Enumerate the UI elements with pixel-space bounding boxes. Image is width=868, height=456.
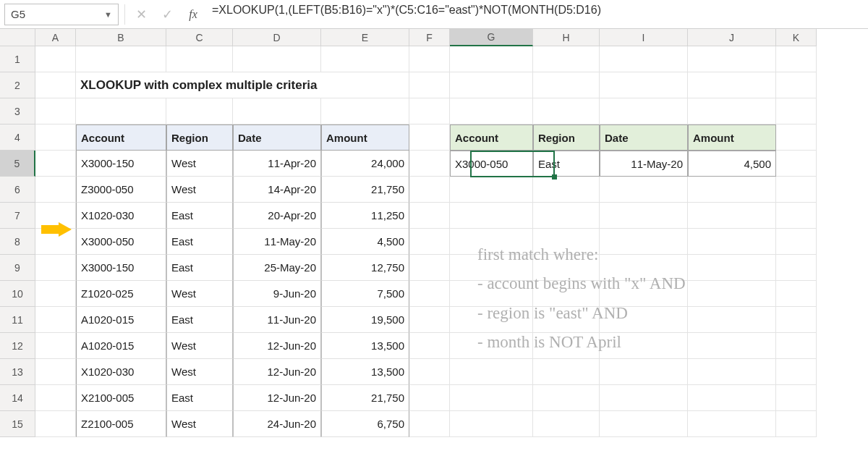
- cell-I7[interactable]: [600, 203, 688, 229]
- cell-B1[interactable]: [76, 46, 166, 72]
- cell-C12[interactable]: West: [166, 333, 233, 359]
- cell-F10[interactable]: [409, 281, 450, 307]
- col-header-G[interactable]: G: [450, 29, 533, 46]
- col-header-F[interactable]: F: [409, 29, 450, 46]
- col-header-B[interactable]: B: [76, 29, 166, 46]
- cell-H4[interactable]: Region: [533, 124, 600, 151]
- cell-J2[interactable]: [688, 72, 776, 98]
- cell-A9[interactable]: [35, 255, 76, 281]
- cell-F12[interactable]: [409, 333, 450, 359]
- cell-F7[interactable]: [409, 203, 450, 229]
- row-header-14[interactable]: 14: [0, 385, 35, 411]
- row-header-7[interactable]: 7: [0, 203, 35, 229]
- cell-B15[interactable]: Z2100-005: [76, 411, 166, 437]
- cell-H1[interactable]: [533, 46, 600, 72]
- cell-A5[interactable]: [35, 151, 76, 177]
- cell-G2[interactable]: [450, 72, 533, 98]
- cell-C1[interactable]: [166, 46, 233, 72]
- cell-I13[interactable]: [600, 359, 688, 385]
- name-box[interactable]: G5 ▼: [4, 4, 119, 25]
- row-header-15[interactable]: 15: [0, 411, 35, 437]
- cell-E3[interactable]: [321, 98, 409, 124]
- cell-C7[interactable]: East: [166, 203, 233, 229]
- cell-B10[interactable]: Z1020-025: [76, 281, 166, 307]
- cell-H3[interactable]: [533, 98, 600, 124]
- cell-E13[interactable]: 13,500: [321, 359, 409, 385]
- cell-D15[interactable]: 24-Jun-20: [233, 411, 321, 437]
- cell-F1[interactable]: [409, 46, 450, 72]
- cell-E4[interactable]: Amount: [321, 124, 409, 151]
- row-header-5[interactable]: 5: [0, 151, 35, 177]
- cell-J10[interactable]: [688, 281, 776, 307]
- cell-D14[interactable]: 12-Jun-20: [233, 385, 321, 411]
- cell-D1[interactable]: [233, 46, 321, 72]
- cell-F9[interactable]: [409, 255, 450, 281]
- cell-A3[interactable]: [35, 98, 76, 124]
- cell-K10[interactable]: [776, 281, 817, 307]
- cell-C8[interactable]: East: [166, 229, 233, 255]
- cell-E9[interactable]: 12,750: [321, 255, 409, 281]
- cell-C9[interactable]: East: [166, 255, 233, 281]
- cell-G4[interactable]: Account: [450, 124, 533, 151]
- cell-B4[interactable]: Account: [76, 124, 166, 151]
- cell-K9[interactable]: [776, 255, 817, 281]
- cell-J3[interactable]: [688, 98, 776, 124]
- cell-E8[interactable]: 4,500: [321, 229, 409, 255]
- cell-C11[interactable]: East: [166, 307, 233, 333]
- row-header-8[interactable]: 8: [0, 229, 35, 255]
- cell-A2[interactable]: [35, 72, 76, 98]
- cell-A12[interactable]: [35, 333, 76, 359]
- cell-I5[interactable]: 11-May-20: [600, 151, 688, 177]
- cell-E6[interactable]: 21,750: [321, 177, 409, 203]
- cell-G3[interactable]: [450, 98, 533, 124]
- cell-J9[interactable]: [688, 255, 776, 281]
- cell-F8[interactable]: [409, 229, 450, 255]
- cell-F11[interactable]: [409, 307, 450, 333]
- col-header-C[interactable]: C: [166, 29, 233, 46]
- cell-F14[interactable]: [409, 385, 450, 411]
- cell-K13[interactable]: [776, 359, 817, 385]
- cell-H7[interactable]: [533, 203, 600, 229]
- cell-D3[interactable]: [233, 98, 321, 124]
- row-header-4[interactable]: 4: [0, 124, 35, 151]
- cell-H13[interactable]: [533, 359, 600, 385]
- cell-J5[interactable]: 4,500: [688, 151, 776, 177]
- cell-A15[interactable]: [35, 411, 76, 437]
- fx-icon[interactable]: fx: [183, 4, 203, 25]
- row-header-11[interactable]: 11: [0, 307, 35, 333]
- col-header-H[interactable]: H: [533, 29, 600, 46]
- cell-I15[interactable]: [600, 411, 688, 437]
- cell-A8[interactable]: [35, 229, 76, 255]
- cell-A14[interactable]: [35, 385, 76, 411]
- chevron-down-icon[interactable]: ▼: [104, 10, 112, 19]
- cell-B9[interactable]: X3000-150: [76, 255, 166, 281]
- cell-B13[interactable]: X1020-030: [76, 359, 166, 385]
- cell-F13[interactable]: [409, 359, 450, 385]
- cell-G15[interactable]: [450, 411, 533, 437]
- cell-K3[interactable]: [776, 98, 817, 124]
- enter-icon[interactable]: ✓: [157, 4, 177, 25]
- cell-D5[interactable]: 11-Apr-20: [233, 151, 321, 177]
- cell-K14[interactable]: [776, 385, 817, 411]
- cell-I3[interactable]: [600, 98, 688, 124]
- cell-E5[interactable]: 24,000: [321, 151, 409, 177]
- row-header-12[interactable]: 12: [0, 333, 35, 359]
- cancel-icon[interactable]: ✕: [131, 4, 151, 25]
- cell-K12[interactable]: [776, 333, 817, 359]
- cell-J11[interactable]: [688, 307, 776, 333]
- col-header-I[interactable]: I: [600, 29, 688, 46]
- cell-I4[interactable]: Date: [600, 124, 688, 151]
- cell-A11[interactable]: [35, 307, 76, 333]
- cell-I1[interactable]: [600, 46, 688, 72]
- cell-K4[interactable]: [776, 124, 817, 151]
- col-header-K[interactable]: K: [776, 29, 817, 46]
- cell-K15[interactable]: [776, 411, 817, 437]
- page-title[interactable]: XLOOKUP with complex multiple criteria: [76, 72, 409, 98]
- cell-F6[interactable]: [409, 177, 450, 203]
- cell-D8[interactable]: 11-May-20: [233, 229, 321, 255]
- cell-G13[interactable]: [450, 359, 533, 385]
- cell-E1[interactable]: [321, 46, 409, 72]
- cell-D13[interactable]: 12-Jun-20: [233, 359, 321, 385]
- cell-C13[interactable]: West: [166, 359, 233, 385]
- cell-A7[interactable]: [35, 203, 76, 229]
